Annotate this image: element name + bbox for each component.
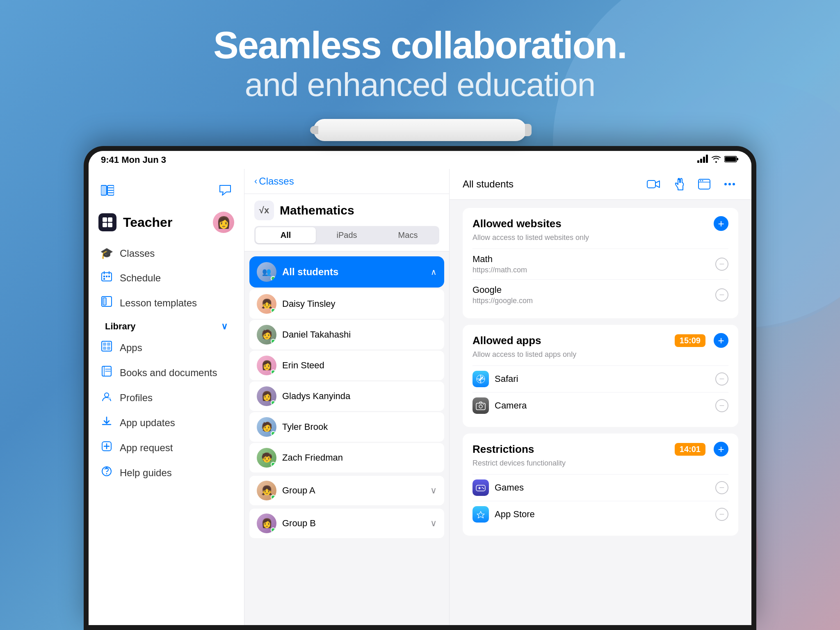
add-app-button[interactable]: + (714, 333, 728, 348)
remove-appstore-button[interactable]: − (715, 508, 728, 521)
svg-rect-7 (101, 185, 107, 195)
online-indicator (271, 276, 276, 281)
sidebar-item-lesson-templates[interactable]: Lesson templates (94, 290, 239, 315)
class-name: Mathematics (280, 203, 354, 217)
restrictions-timer: 14:01 (675, 443, 705, 456)
group-avatar-a: 👧 (257, 481, 276, 500)
sidebar-item-apps[interactable]: Apps (94, 335, 239, 360)
books-label: Books and documents (120, 367, 217, 379)
svg-rect-21 (106, 276, 107, 277)
restrictions-title: Restrictions (472, 443, 534, 456)
math-title: Math (472, 254, 527, 265)
sidebar-top (89, 177, 244, 208)
segment-control: All iPads Macs (254, 226, 439, 244)
app-updates-label: App updates (120, 417, 175, 429)
remove-games-button[interactable]: − (715, 481, 728, 494)
more-options-button[interactable] (721, 176, 738, 193)
video-button[interactable] (645, 176, 662, 193)
online-indicator (271, 495, 276, 500)
sidebar-item-profiles[interactable]: Profiles (94, 385, 239, 410)
online-indicator (271, 431, 276, 436)
student-name-erin: Erin Steed (282, 360, 324, 371)
sidebar-item-books[interactable]: Books and documents (94, 360, 239, 385)
svg-rect-3 (706, 155, 708, 163)
status-time: 9:41 Mon Jun 3 (101, 155, 166, 165)
profiles-icon (100, 391, 113, 404)
segment-all[interactable]: All (256, 227, 316, 243)
allowed-websites-section: Allowed websites + Allow access to liste… (463, 208, 738, 318)
back-button[interactable]: ‹ Classes (254, 176, 294, 187)
svg-rect-28 (103, 342, 106, 346)
teacher-avatar[interactable]: 👩 (213, 212, 234, 233)
website-google-info: Google https://google.com (472, 285, 533, 305)
library-chevron-icon[interactable]: ∨ (221, 321, 228, 332)
sidebar: Teacher 👩 🎓 Classes (89, 169, 244, 625)
sidebar-toggle-button[interactable] (98, 181, 116, 199)
library-label: Library (105, 321, 136, 332)
remove-math-button[interactable]: − (715, 258, 728, 271)
remove-google-button[interactable]: − (715, 288, 728, 301)
sidebar-item-help-guides[interactable]: Help guides (94, 460, 239, 485)
allowed-websites-subtitle: Allow access to listed websites only (472, 233, 728, 242)
group-item-a[interactable]: 👧 Group A ∨ (249, 476, 444, 505)
student-item-tyler[interactable]: 🧑 Tyler Brook (249, 412, 444, 442)
student-name-daisy: Daisy Tinsley (282, 299, 336, 309)
svg-rect-22 (108, 276, 110, 277)
sidebar-item-app-updates[interactable]: App updates (94, 410, 239, 435)
allowed-apps-subtitle: Allow access to listed apps only (472, 350, 728, 359)
main-content: Teacher 👩 🎓 Classes (89, 169, 751, 625)
app-updates-icon (100, 416, 113, 429)
add-restriction-button[interactable]: + (714, 442, 728, 457)
svg-rect-20 (103, 276, 105, 277)
segment-macs[interactable]: Macs (378, 227, 438, 243)
all-students-label: All students (282, 266, 425, 278)
student-item-zach[interactable]: 🧒 Zach Friedman (249, 443, 444, 472)
svg-rect-15 (103, 223, 107, 227)
back-label: Classes (259, 176, 294, 187)
window-button[interactable] (696, 176, 713, 193)
student-item-gladys[interactable]: 👩 Gladys Kanyinda (249, 381, 444, 411)
group-item-b[interactable]: 👩 Group B ∨ (249, 509, 444, 538)
headline-bold: Seamless collaboration. (0, 25, 840, 66)
apps-icon (100, 341, 113, 354)
camera-app-info: Camera (472, 397, 715, 414)
library-header: Library ∨ (94, 315, 239, 335)
svg-rect-29 (107, 342, 110, 346)
hero-headline: Seamless collaboration. and enhanced edu… (0, 0, 840, 104)
svg-point-49 (700, 180, 701, 181)
student-item-daisy[interactable]: 👧 Daisy Tinsley (249, 289, 444, 319)
add-website-button[interactable]: + (714, 216, 728, 231)
group-avatar-b: 👩 (257, 514, 276, 533)
sidebar-item-app-request[interactable]: App request (94, 435, 239, 460)
chat-button[interactable] (216, 181, 234, 199)
segment-ipads[interactable]: iPads (317, 227, 377, 243)
svg-point-57 (482, 377, 483, 378)
signal-icon (697, 155, 708, 165)
teacher-profile: Teacher 👩 (89, 208, 244, 241)
student-item-daniel[interactable]: 🧑 Daniel Takahashi (249, 320, 444, 349)
all-students-item[interactable]: 👥 All students ∧ (249, 256, 444, 288)
svg-point-52 (728, 183, 731, 185)
classes-label: Classes (120, 248, 155, 259)
back-chevron-icon: ‹ (254, 176, 257, 187)
classes-icon: 🎓 (100, 247, 113, 260)
app-request-label: App request (120, 442, 173, 454)
hand-button[interactable] (670, 176, 687, 193)
status-bar: 9:41 Mon Jun 3 (89, 151, 751, 169)
sidebar-item-schedule[interactable]: Schedule (94, 265, 239, 290)
student-item-erin[interactable]: 👩 Erin Steed (249, 351, 444, 380)
student-avatar-zach: 🧒 (257, 448, 276, 468)
remove-safari-button[interactable]: − (715, 372, 728, 386)
allowed-websites-header: Allowed websites + (472, 216, 728, 231)
students-list: 👥 All students ∧ 👧 Daisy Tinsley (244, 251, 449, 625)
restrictions-section: Restrictions 14:01 + Restrict devices fu… (463, 434, 738, 536)
svg-rect-13 (103, 217, 107, 222)
math-url: https://math.com (472, 266, 527, 274)
website-row-math: Math https://math.com − (472, 249, 728, 279)
remove-camera-button[interactable]: − (715, 399, 728, 412)
schedule-icon (100, 271, 113, 285)
restrictions-subtitle: Restrict devices functionality (472, 459, 728, 468)
games-icon (472, 479, 489, 496)
sidebar-item-classes[interactable]: 🎓 Classes (94, 241, 239, 265)
apps-label: Apps (120, 342, 142, 354)
